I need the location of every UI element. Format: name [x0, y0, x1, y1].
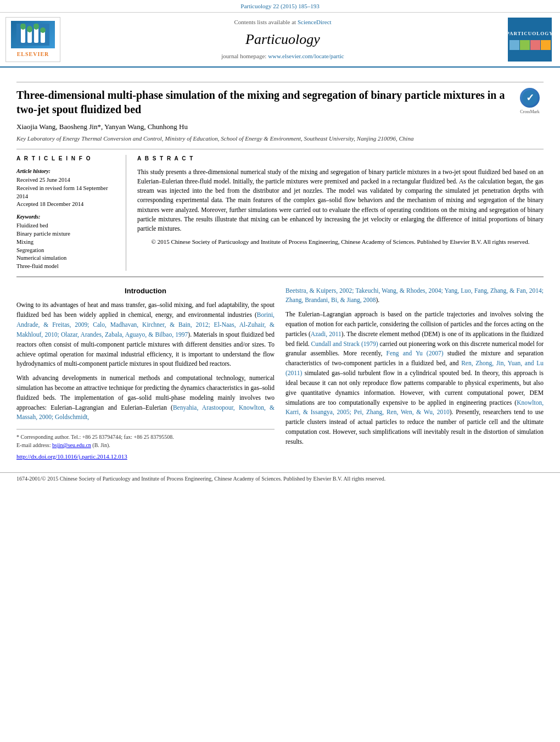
divider-top: [16, 82, 544, 82]
crossmark: ✓ CrossMark: [516, 88, 544, 115]
ref-azadi[interactable]: Azadi, 2011: [311, 331, 341, 337]
main-content: Introduction Owing to its advantages of …: [16, 286, 544, 462]
ref-borini[interactable]: Borini, Andrade, & Freitas, 2009; Calo, …: [16, 311, 275, 338]
keyword-2: Binary particle mixture: [16, 230, 118, 238]
ref-feng[interactable]: Feng and Yu (2007): [387, 350, 444, 356]
doi-line: http://dx.doi.org/10.1016/j.partic.2014.…: [16, 453, 275, 461]
keyword-4: Segregation: [16, 247, 118, 255]
footnote-email: E-mail address: bsjin@seu.edu.cn (B. Jin…: [16, 441, 275, 449]
footnote-area: * Corresponding author. Tel.: +86 25 837…: [16, 429, 275, 449]
elsevier-logo-image: [11, 21, 55, 48]
col-right: Beetstra, & Kuipers, 2002; Takeuchi, Wan…: [285, 286, 544, 462]
affiliation: Key Laboratory of Energy Thermal Convers…: [16, 135, 544, 143]
authors: Xiaojia Wang, Baosheng Jin*, Yanyan Wang…: [16, 122, 544, 132]
elsevier-logo: ELSEVIER: [5, 17, 60, 63]
received-date: Received 25 June 2014: [16, 176, 118, 185]
accepted-date: Accepted 18 December 2014: [16, 200, 118, 209]
divider-thick: [16, 276, 544, 277]
keyword-3: Mixing: [16, 238, 118, 247]
svg-text:✓: ✓: [526, 92, 534, 103]
svg-point-8: [40, 27, 46, 33]
authors-text: Xiaojia Wang, Baosheng Jin*, Yanyan Wang…: [16, 122, 188, 131]
contents-line: Contents lists available at ScienceDirec…: [234, 18, 331, 27]
ref-cundall[interactable]: Cundall and Strack (1979): [311, 341, 378, 347]
info-abstract: A R T I C L E I N F O Article history: R…: [16, 155, 544, 270]
footnote-star: * Corresponding author. Tel.: +86 25 837…: [16, 433, 275, 441]
keyword-6: Three-fluid model: [16, 263, 118, 271]
bottom-bar-text: 1674-2001/© 2015 Chinese Society of Part…: [16, 476, 385, 482]
journal-logo: PARTICUOLOGY: [505, 17, 555, 63]
ref-beetstra[interactable]: Beetstra, & Kuipers, 2002; Takeuchi, Wan…: [285, 287, 544, 304]
top-bar: Particuology 22 (2015) 185–193: [0, 0, 560, 13]
crossmark-label: CrossMark: [520, 109, 540, 115]
col-left: Introduction Owing to its advantages of …: [16, 286, 275, 462]
journal-header: ELSEVIER Contents lists available at Sci…: [0, 13, 560, 68]
sciencedirect-link[interactable]: ScienceDirect: [298, 19, 332, 25]
svg-point-6: [27, 26, 32, 32]
divider-after-affiliation: [16, 149, 544, 149]
doi-link[interactable]: http://dx.doi.org/10.1016/j.partic.2014.…: [16, 453, 127, 460]
crossmark-icon: ✓: [520, 88, 540, 108]
abstract-title: A B S T R A C T: [137, 155, 544, 163]
keywords-title: Keywords:: [16, 213, 118, 221]
right-para2: The Eulerian–Lagrangian approach is base…: [285, 310, 544, 447]
received-revised: Received in revised form 14 September 20…: [16, 185, 118, 200]
article-info: A R T I C L E I N F O Article history: R…: [16, 155, 126, 270]
keyword-5: Numerical simulation: [16, 254, 118, 263]
footnote-email-link[interactable]: bsjin@seu.edu.cn: [52, 442, 91, 448]
abstract-section: A B S T R A C T This study presents a th…: [137, 155, 544, 270]
bottom-bar: 1674-2001/© 2015 Chinese Society of Part…: [0, 472, 560, 486]
homepage-link[interactable]: www.elsevier.com/locate/partic: [268, 53, 344, 59]
keyword-1: Fluidized bed: [16, 222, 118, 230]
ref-ren[interactable]: Ren, Zhong, Jin, Yuan, and Lu (2011): [285, 360, 544, 376]
page-wrapper: Particuology 22 (2015) 185–193 ELS: [0, 0, 560, 742]
elsevier-label: ELSEVIER: [17, 51, 49, 59]
introduction-heading: Introduction: [16, 286, 275, 297]
journal-title: Particuology: [245, 29, 320, 50]
abstract-text: This study presents a three-dimensional …: [137, 168, 544, 234]
article-title-section: Three-dimensional multi-phase simulation…: [16, 88, 544, 116]
history-title: Article history:: [16, 168, 118, 176]
right-para1: Beetstra, & Kuipers, 2002; Takeuchi, Wan…: [285, 286, 544, 306]
journal-ref: Particuology 22 (2015) 185–193: [240, 3, 319, 9]
article-info-title: A R T I C L E I N F O: [16, 155, 118, 163]
intro-para1: Owing to its advantages of heat and mass…: [16, 300, 275, 369]
homepage-line: journal homepage: www.elsevier.com/locat…: [221, 52, 344, 61]
article-title: Three-dimensional multi-phase simulation…: [16, 88, 511, 116]
article-body: Three-dimensional multi-phase simulation…: [0, 68, 560, 470]
journal-cover: PARTICUOLOGY: [508, 18, 552, 62]
ref-knowlton[interactable]: Knowlton, Karri, & Issangya, 2005; Pei, …: [285, 399, 544, 416]
ref-benyahia[interactable]: Benyahia, Arastoopour, Knowlton, & Massa…: [16, 404, 275, 421]
abstract-copyright: © 2015 Chinese Society of Particuology a…: [137, 238, 544, 247]
journal-center: Contents lists available at ScienceDirec…: [66, 17, 500, 63]
intro-para2: With advancing developments in numerical…: [16, 373, 275, 422]
